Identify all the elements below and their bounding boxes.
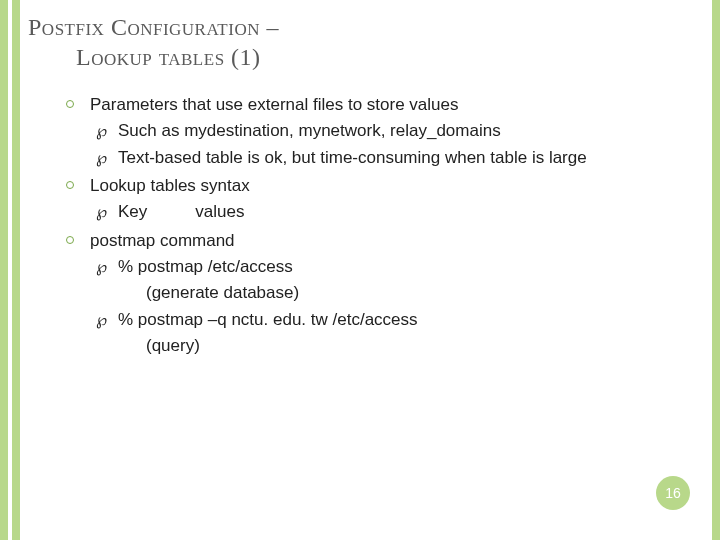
sub-list: ℘Keyvalues [90, 199, 692, 225]
slide-content: Postfix Configuration – Lookup tables (1… [28, 12, 692, 361]
sub-bullet-icon: ℘ [96, 146, 118, 171]
kv-key: Key [118, 202, 147, 221]
accent-bar-left-1 [0, 0, 8, 540]
sub-bullet-icon: ℘ [96, 200, 118, 225]
bullet-item: postmap command ℘% postmap /etc/access (… [66, 228, 692, 360]
sub-list: ℘Such as mydestination, mynetwork, relay… [90, 118, 692, 171]
bullet-text: Lookup tables syntax [90, 176, 250, 195]
title-line-2: Lookup tables (1) [28, 42, 692, 72]
t1c: C [111, 14, 128, 40]
sub-item: ℘% postmap –q nctu. edu. tw /etc/access … [90, 307, 692, 360]
sub-text: % postmap –q nctu. edu. tw /etc/access [118, 310, 418, 329]
sub-note: (generate database) [118, 280, 692, 306]
sub-bullet-icon: ℘ [96, 255, 118, 280]
kv-values: values [195, 202, 244, 221]
sub-item: ℘Text-based table is ok, but time-consum… [90, 145, 692, 171]
sub-note: (query) [118, 333, 692, 359]
sub-bullet-icon: ℘ [96, 308, 118, 333]
page-number: 16 [665, 485, 681, 501]
sub-text: Text-based table is ok, but time-consumi… [118, 148, 587, 167]
sub-text: Such as mydestination, mynetwork, relay_… [118, 121, 501, 140]
t2a: L [76, 44, 91, 70]
slide-title: Postfix Configuration – Lookup tables (1… [28, 12, 692, 72]
sub-text: % postmap /etc/access [118, 257, 293, 276]
sub-item: ℘% postmap /etc/access (generate databas… [90, 254, 692, 307]
title-line-1: Postfix Configuration – [28, 12, 692, 42]
page-number-badge: 16 [656, 476, 690, 510]
t1a: P [28, 14, 42, 40]
bullet-text: postmap command [90, 231, 235, 250]
bullet-list: Parameters that use external files to st… [66, 92, 692, 359]
bullet-text: Parameters that use external files to st… [90, 95, 459, 114]
bullet-item: Lookup tables syntax ℘Keyvalues [66, 173, 692, 226]
sub-list: ℘% postmap /etc/access (generate databas… [90, 254, 692, 359]
t1d: onfiguration – [127, 14, 279, 40]
bullet-item: Parameters that use external files to st… [66, 92, 692, 171]
sub-bullet-icon: ℘ [96, 119, 118, 144]
accent-bar-left-2 [12, 0, 20, 540]
slide-body: Parameters that use external files to st… [28, 92, 692, 359]
sub-item: ℘Such as mydestination, mynetwork, relay… [90, 118, 692, 144]
accent-bar-right [712, 0, 720, 540]
t1b: ostfix [42, 14, 111, 40]
sub-item: ℘Keyvalues [90, 199, 692, 225]
t2b: ookup tables (1) [91, 44, 260, 70]
